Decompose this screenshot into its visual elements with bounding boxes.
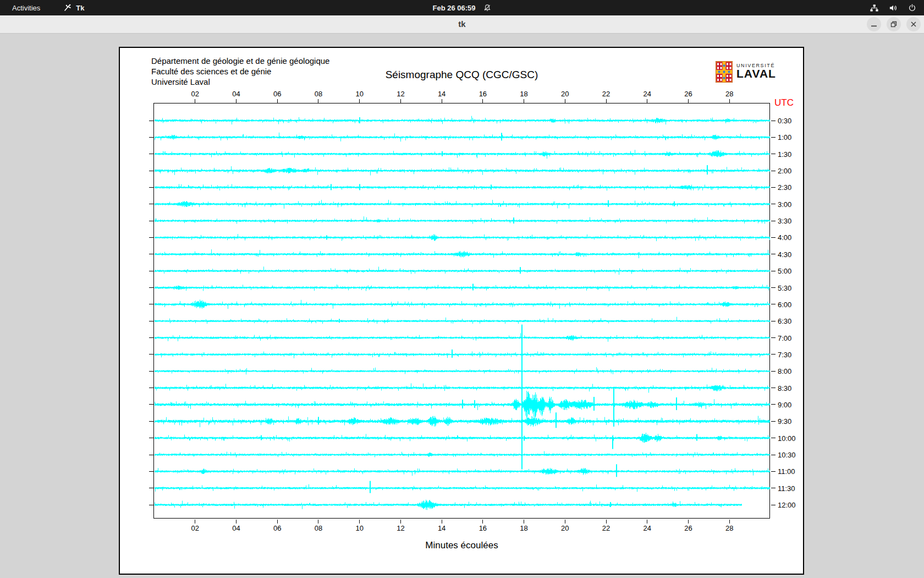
x-tick-label-top: 20 [561, 90, 569, 98]
trace-time-label: 3:30 [778, 217, 791, 225]
x-tick-bottom [565, 520, 565, 524]
trace-time-label: 10:30 [778, 451, 796, 459]
x-tick-bottom [442, 520, 442, 524]
y-tick-left [149, 471, 153, 472]
x-tick-label-top: 02 [191, 90, 199, 98]
y-tick-right [771, 221, 776, 221]
trace-time-label: 8:30 [778, 384, 791, 392]
y-tick-right [771, 237, 776, 238]
y-tick-right [771, 171, 776, 171]
x-tick-label-bottom: 08 [315, 524, 322, 532]
y-tick-right [771, 404, 776, 405]
y-tick-left [149, 321, 153, 321]
power-icon [908, 4, 916, 12]
y-tick-right [771, 371, 776, 372]
trace-time-label: 10:00 [778, 434, 796, 442]
x-tick-label-bottom: 16 [479, 524, 487, 532]
y-tick-left [149, 154, 153, 154]
y-tick-right [771, 337, 776, 338]
trace-time-label: 6:00 [778, 300, 791, 308]
trace-time-label: 1:00 [778, 133, 791, 141]
trace-time-label: 4:00 [778, 233, 791, 242]
header-line-1: Département de géologie et de génie géol… [151, 56, 329, 66]
trace-time-label: 9:00 [778, 400, 791, 408]
minimize-button[interactable] [867, 17, 881, 31]
y-tick-left [149, 438, 153, 438]
x-tick-top [729, 99, 730, 103]
close-button[interactable] [906, 17, 921, 31]
y-tick-left [149, 254, 153, 254]
x-tick-label-bottom: 14 [438, 524, 446, 532]
y-tick-right [771, 304, 776, 304]
x-tick-label-bottom: 20 [561, 524, 569, 532]
x-tick-top [277, 99, 278, 103]
utc-label: UTC [774, 97, 794, 108]
x-tick-label-bottom: 04 [232, 524, 240, 532]
x-tick-label-top: 28 [725, 90, 733, 98]
x-tick-label-bottom: 28 [725, 524, 733, 532]
clock-menu[interactable]: Feb 26 06:59 [432, 0, 491, 15]
x-tick-top [442, 99, 442, 103]
y-tick-left [149, 505, 153, 505]
x-tick-label-top: 18 [520, 90, 527, 98]
system-status-area[interactable] [870, 0, 916, 15]
y-tick-right [771, 388, 776, 388]
x-tick-bottom [729, 520, 730, 524]
y-tick-left [149, 354, 153, 355]
y-tick-left [149, 388, 153, 388]
focused-app-menu[interactable]: Tk [63, 4, 84, 12]
volume-icon [889, 4, 898, 12]
trace-time-label: 5:00 [778, 267, 791, 275]
y-tick-left [149, 204, 153, 204]
tk-window-content: Département de géologie et de génie géol… [0, 34, 924, 578]
y-tick-right [771, 154, 776, 154]
y-tick-right [771, 505, 776, 505]
trace-time-label: 11:00 [778, 467, 795, 476]
trace-time-label: 12:00 [778, 501, 796, 509]
x-axis-label: Minutes écoulées [153, 540, 770, 551]
clock-label: Feb 26 06:59 [432, 4, 475, 12]
trace-time-label: 3:00 [778, 200, 791, 208]
laval-crest-icon [716, 61, 733, 85]
x-tick-bottom [647, 520, 647, 524]
seismograph-figure: Département de géologie et de génie géol… [119, 47, 804, 575]
x-tick-top [400, 99, 401, 103]
x-tick-label-top: 06 [273, 90, 281, 98]
logo-laval-text: LAVAL [736, 68, 776, 79]
y-tick-right [771, 455, 776, 455]
y-tick-right [771, 254, 776, 254]
y-tick-left [149, 455, 153, 455]
y-tick-right [771, 121, 776, 121]
x-tick-label-bottom: 24 [644, 524, 651, 532]
x-tick-top [606, 99, 607, 103]
x-tick-bottom [400, 520, 401, 524]
trace-time-label: 8:00 [778, 367, 791, 375]
y-tick-right [771, 354, 776, 355]
seismogram-canvas [154, 103, 771, 519]
y-tick-left [149, 187, 153, 188]
x-tick-label-top: 22 [602, 90, 610, 98]
trace-time-label: 11:30 [778, 484, 795, 492]
y-tick-right [771, 488, 776, 488]
window-titlebar[interactable]: tk [0, 15, 924, 34]
activities-button[interactable]: Activities [10, 4, 42, 12]
x-tick-label-top: 16 [479, 90, 487, 98]
y-tick-left [149, 404, 153, 405]
y-tick-left [149, 271, 153, 271]
gnome-top-bar: Activities Tk Feb 26 06:59 [0, 0, 924, 15]
tk-app-icon [63, 4, 72, 12]
x-tick-label-bottom: 22 [602, 524, 610, 532]
x-tick-bottom [524, 520, 524, 524]
y-tick-left [149, 337, 153, 338]
x-tick-label-top: 26 [684, 90, 692, 98]
x-tick-label-top: 04 [232, 90, 240, 98]
x-tick-label-top: 24 [644, 90, 651, 98]
x-tick-bottom [236, 520, 237, 524]
y-tick-left [149, 371, 153, 372]
trace-time-label: 7:00 [778, 334, 791, 342]
x-tick-bottom [359, 520, 360, 524]
restore-button[interactable] [887, 17, 901, 31]
x-tick-label-bottom: 26 [684, 524, 692, 532]
y-tick-left [149, 137, 153, 138]
x-tick-label-top: 10 [355, 90, 363, 98]
